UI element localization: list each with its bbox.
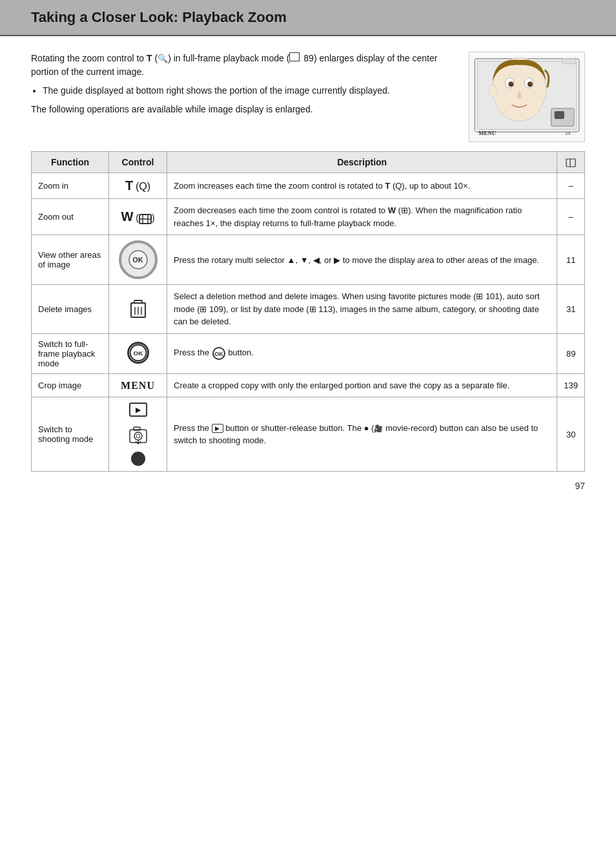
trash-icon <box>128 297 148 320</box>
svg-rect-12 <box>562 59 576 64</box>
function-label: Switch to full-frame playback mode <box>32 333 109 373</box>
control-cell: OK <box>109 235 167 285</box>
page-title: Taking a Closer Look: Playback Zoom <box>31 9 585 26</box>
ref-cell: 139 <box>557 373 585 397</box>
svg-point-31 <box>134 432 142 440</box>
intro-text: Rotating the zoom control to T (🔍) in fu… <box>31 52 456 142</box>
ok-button-symbol: OK <box>127 342 149 364</box>
shutter-icon <box>127 423 149 445</box>
table-row: View other areas of image OK Press the r… <box>32 235 585 285</box>
ref-cell: – <box>557 173 585 199</box>
table-row: Switch to shooting mode ▶ <box>32 397 585 472</box>
table-header: Function Control Description <box>32 152 585 173</box>
t-zoom-symbol: T <box>125 178 133 193</box>
svg-text:x4: x4 <box>565 131 571 136</box>
intro-paragraph2: The following operations are available w… <box>31 103 456 116</box>
intro-section: Rotating the zoom control to T (🔍) in fu… <box>31 52 585 142</box>
w-icon: ( ) <box>136 213 154 223</box>
description-cell: Press the OK button. <box>167 333 557 373</box>
control-cell: W ( ) <box>109 199 167 235</box>
function-label: Zoom out <box>32 199 109 235</box>
description-cell: Zoom decreases each time the zoom contro… <box>167 199 557 235</box>
description-cell: Press the ▶ button or shutter-release bu… <box>167 397 557 472</box>
table-row: Switch to full-frame playback mode OK Pr… <box>32 333 585 373</box>
svg-text:OK: OK <box>133 350 143 357</box>
col-description: Description <box>167 152 557 173</box>
svg-rect-9 <box>555 112 564 119</box>
table-row: Delete images Select a deletion method a… <box>32 285 585 334</box>
table-body: Zoom in T (Q) Zoom increases each time t… <box>32 173 585 472</box>
function-label: Delete images <box>32 285 109 334</box>
function-label: Crop image <box>32 373 109 397</box>
col-ref <box>557 152 585 173</box>
control-cell: ▶ <box>109 397 167 472</box>
page-header: Taking a Closer Look: Playback Zoom <box>0 0 616 36</box>
menu-symbol: MENU <box>121 380 155 391</box>
ok-inline-icon: OK <box>212 346 226 361</box>
camera-illustration: MENU x4 <box>469 52 585 142</box>
function-label: Switch to shooting mode <box>32 397 109 472</box>
svg-text:MENU: MENU <box>478 130 497 136</box>
svg-text:OK: OK <box>214 351 223 357</box>
control-cell <box>109 285 167 334</box>
ref-cell: 89 <box>557 333 585 373</box>
svg-rect-13 <box>566 159 575 167</box>
rotary-selector: OK <box>119 240 158 279</box>
function-label: Zoom in <box>32 173 109 199</box>
description-cell: Press the rotary multi selector ▲, ▼, ◀,… <box>167 235 557 285</box>
table-row: Zoom out W ( ) Zoom decreases each time … <box>32 199 585 235</box>
svg-point-7 <box>489 85 497 96</box>
page-number: 97 <box>575 481 585 491</box>
svg-point-5 <box>508 81 513 87</box>
ref-cell: 31 <box>557 285 585 334</box>
description-cell: Create a cropped copy with only the enla… <box>167 373 557 397</box>
circle-button <box>131 452 145 466</box>
col-control: Control <box>109 152 167 173</box>
intro-bullet1: The guide displayed at bottom right show… <box>43 84 456 98</box>
control-cell: MENU <box>109 373 167 397</box>
col-function: Function <box>32 152 109 173</box>
q-symbol: (Q) <box>136 181 150 192</box>
book-ref-icon <box>289 52 300 61</box>
control-cell: OK <box>109 333 167 373</box>
ref-cell: – <box>557 199 585 235</box>
table-row: Zoom in T (Q) Zoom increases each time t… <box>32 173 585 199</box>
svg-point-32 <box>136 434 140 438</box>
playback-button: ▶ <box>129 403 147 417</box>
function-table: Function Control Description Zoom in T (… <box>31 151 585 472</box>
intro-paragraph1: Rotating the zoom control to T (🔍) in fu… <box>31 52 456 79</box>
ref-cell: 11 <box>557 235 585 285</box>
ref-cell: 30 <box>557 397 585 472</box>
w-zoom-symbol: W <box>121 209 133 224</box>
table-row: Crop image MENU Create a cropped copy wi… <box>32 373 585 397</box>
svg-point-6 <box>528 81 533 87</box>
control-cell: T (Q) <box>109 173 167 199</box>
ok-inner: OK <box>128 250 148 269</box>
svg-rect-21 <box>134 300 142 303</box>
description-cell: Select a deletion method and delete imag… <box>167 285 557 334</box>
function-label: View other areas of image <box>32 235 109 285</box>
intro-bullets: The guide displayed at bottom right show… <box>43 84 456 98</box>
playback-inline-icon: ▶ <box>212 424 223 433</box>
movie-icon: 🎥 <box>374 424 383 432</box>
description-cell: Zoom increases each time the zoom contro… <box>167 173 557 199</box>
svg-rect-30 <box>134 427 140 430</box>
